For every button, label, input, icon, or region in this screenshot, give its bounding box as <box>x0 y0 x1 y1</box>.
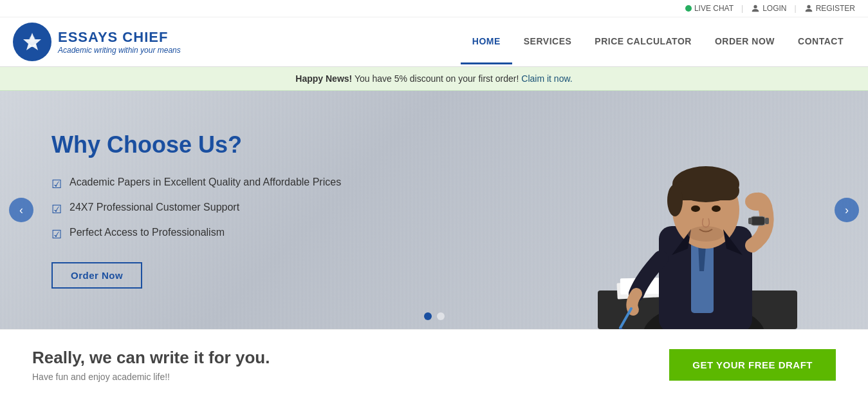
announcement-bar: Happy News! You have 5% discount on your… <box>0 67 868 91</box>
hero-content: Why Choose Us? ☑Academic Papers in Excel… <box>0 106 392 314</box>
bottom-cta: Really, we can write it for you. Have fu… <box>0 329 868 400</box>
svg-rect-22 <box>751 216 765 225</box>
slider-dots <box>424 312 445 320</box>
logo-icon <box>21 30 44 53</box>
arrow-left-icon: ‹ <box>19 204 23 217</box>
announcement-link[interactable]: Claim it now. <box>521 73 572 84</box>
nav-item-services[interactable]: SERVICES <box>512 20 584 64</box>
checklist-item: ☑Academic Papers in Excellent Quality an… <box>51 176 341 191</box>
header: ESSAYS CHIEF Academic writing within you… <box>0 17 868 67</box>
login-link[interactable]: LOGIN <box>751 4 786 13</box>
check-icon: ☑ <box>51 202 62 216</box>
slider-prev-button[interactable]: ‹ <box>9 198 33 222</box>
live-chat-icon <box>685 5 692 12</box>
dot-2[interactable] <box>437 312 445 320</box>
person-svg <box>559 91 804 329</box>
nav-item-order-now[interactable]: ORDER NOW <box>703 20 786 64</box>
main-nav: HOMESERVICESPRICE CALCULATORORDER NOWCON… <box>461 20 855 64</box>
checklist-text: Perfect Access to Professionalism <box>69 227 225 238</box>
live-chat-link[interactable]: LIVE CHAT <box>685 4 734 13</box>
checklist-text: Academic Papers in Excellent Quality and… <box>69 176 341 188</box>
checklist-text: 24X7 Professional Customer Support <box>69 202 239 213</box>
hero-slider: ‹ Why Choose Us? ☑Academic Papers in Exc… <box>0 91 868 329</box>
arrow-right-icon: › <box>845 204 849 217</box>
register-icon <box>804 4 813 13</box>
logo-title: ESSAYS CHIEF <box>58 29 181 46</box>
register-label: REGISTER <box>816 4 855 13</box>
announcement-text: You have 5% discount on your first order… <box>352 73 521 84</box>
logo-link[interactable]: ESSAYS CHIEF Academic writing within you… <box>13 17 181 66</box>
check-icon: ☑ <box>51 227 62 242</box>
checklist-item: ☑Perfect Access to Professionalism <box>51 227 341 242</box>
cta-main-text: Really, we can write it for you. <box>32 348 270 368</box>
register-link[interactable]: REGISTER <box>804 4 855 13</box>
svg-point-13 <box>667 184 683 216</box>
hero-order-button[interactable]: Order Now <box>51 262 142 289</box>
nav-item-home[interactable]: HOME <box>461 20 512 64</box>
nav-item-price-calculator[interactable]: PRICE CALCULATOR <box>583 20 703 64</box>
cta-sub-text: Have fun and enjoy academic life!! <box>32 372 270 382</box>
svg-rect-23 <box>748 218 752 224</box>
divider-2: | <box>795 4 797 13</box>
top-bar: LIVE CHAT | LOGIN | REGISTER <box>0 0 868 17</box>
hero-person-image <box>559 91 804 329</box>
announcement-bold: Happy News! <box>295 73 352 84</box>
live-chat-label: LIVE CHAT <box>694 4 734 13</box>
divider-1: | <box>741 4 743 13</box>
svg-rect-24 <box>765 218 769 224</box>
svg-point-15 <box>712 205 721 212</box>
hero-title: Why Choose Us? <box>51 131 341 158</box>
nav-item-contact[interactable]: CONTACT <box>786 20 855 64</box>
svg-point-16 <box>745 193 768 211</box>
cta-left: Really, we can write it for you. Have fu… <box>32 348 270 382</box>
user-icon <box>751 4 760 13</box>
cta-button[interactable]: GET YOUR FREE DRAFT <box>669 349 836 381</box>
check-icon: ☑ <box>51 177 62 191</box>
slider-next-button[interactable]: › <box>835 198 859 222</box>
hero-checklist: ☑Academic Papers in Excellent Quality an… <box>51 176 341 242</box>
checklist-item: ☑24X7 Professional Customer Support <box>51 202 341 216</box>
svg-point-21 <box>688 226 724 242</box>
logo-circle <box>13 23 51 61</box>
dot-1[interactable] <box>424 312 432 320</box>
login-label: LOGIN <box>762 4 786 13</box>
svg-point-14 <box>691 205 700 212</box>
svg-point-1 <box>29 36 35 43</box>
logo-subtitle: Academic writing within your means <box>58 46 181 55</box>
logo-text: ESSAYS CHIEF Academic writing within you… <box>58 29 181 55</box>
